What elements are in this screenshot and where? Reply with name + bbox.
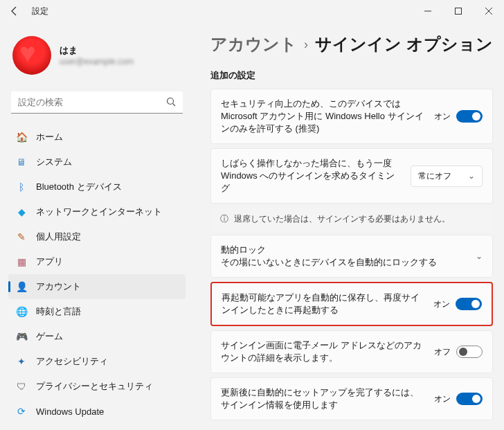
user-email: user@example.com [60,57,134,66]
sidebar-item-3[interactable]: ◆ネットワークとインターネット [8,199,186,224]
nav-label: アプリ [36,256,63,268]
nav-icon: ◆ [15,206,28,218]
nav-label: Bluetooth とデバイス [36,181,122,193]
setting-auto-setup: 更新後に自動的にセットアップを完了するには、サインイン情報を使用します オン [210,377,493,420]
chevron-down-icon: ⌄ [468,171,475,181]
nav-label: 個人用設定 [36,231,81,243]
search-input[interactable] [11,91,183,114]
window-title: 設定 [32,6,48,17]
breadcrumb-current: サインイン オプション [315,33,493,55]
nav-label: ゲーム [36,330,63,343]
sidebar-item-6[interactable]: 👤アカウント [8,274,186,299]
sidebar-item-7[interactable]: 🌐時刻と言語 [8,299,186,324]
svg-rect-1 [456,8,462,15]
setting-timeout: しばらく操作しなかった場合に、もう一度 Windows へのサインインを求めるタ… [210,148,493,204]
profile[interactable]: はま user@example.com [8,28,186,83]
maximize-button[interactable] [443,0,474,22]
sidebar-item-0[interactable]: 🏠ホーム [8,125,186,150]
back-button[interactable] [0,0,29,22]
nav-icon: 🖥 [15,156,28,168]
avatar [12,36,51,75]
nav-label: ホーム [36,131,63,143]
svg-line-5 [173,104,176,107]
nav-icon: 🎮 [15,330,28,343]
nav-icon: 🛡 [15,380,28,393]
toggle-restart-apps[interactable] [456,298,482,310]
nav-label: アクセシビリティ [36,355,108,368]
chevron-right-icon: › [304,37,308,52]
info-icon: ⓘ [220,213,228,225]
nav-label: ネットワークとインターネット [36,206,162,218]
maximize-icon [455,8,462,15]
breadcrumb-parent[interactable]: アカウント [210,33,297,55]
nav-icon: ᛒ [15,181,28,193]
sidebar-item-8[interactable]: 🎮ゲーム [8,324,186,349]
nav-label: 時刻と言語 [36,305,81,318]
toggle-auto-setup[interactable] [456,393,483,405]
nav-icon: ✎ [15,231,28,243]
minimize-button[interactable] [413,0,443,22]
titlebar: 設定 [0,0,504,22]
nav-icon: 🏠 [15,131,28,143]
setting-show-email: サインイン画面に電子メール アドレスなどのアカウントの詳細を表示します。 オフ [210,330,493,373]
minimize-icon [424,8,431,15]
breadcrumb: アカウント › サインイン オプション [210,33,493,55]
nav-label: アカウント [36,280,81,293]
sidebar: はま user@example.com 🏠ホーム🖥システムᛒBluetooth … [0,22,194,430]
nav-icon: 👤 [15,280,28,293]
user-name: はま [60,44,134,57]
sidebar-item-4[interactable]: ✎個人用設定 [8,224,186,249]
sidebar-item-9[interactable]: ✦アクセシビリティ [8,349,186,374]
toggle-hello[interactable] [456,110,483,123]
chevron-down-icon: ⌄ [476,251,483,261]
sidebar-item-11[interactable]: ⟳Windows Update [8,399,186,424]
nav-label: Windows Update [36,406,104,417]
setting-dynamic-lock[interactable]: 動的ロック その場にいないときにデバイスを自動的にロックする ⌄ [210,235,493,278]
nav-icon: ▦ [15,256,28,268]
dropdown-timeout[interactable]: 常にオフ ⌄ [411,165,483,187]
sidebar-item-2[interactable]: ᛒBluetooth とデバイス [8,174,186,199]
back-arrow-icon [9,6,20,17]
search-box [11,91,183,114]
nav: 🏠ホーム🖥システムᛒBluetooth とデバイス◆ネットワークとインターネット… [8,125,186,424]
toggle-show-email[interactable] [456,346,483,358]
nav-icon: ✦ [15,355,28,368]
nav-icon: 🌐 [15,305,28,318]
sidebar-item-10[interactable]: 🛡プライバシーとセキュリティ [8,374,186,399]
info-away: ⓘ 退席していた場合は、サインインする必要はありません。 [210,208,493,231]
nav-label: プライバシーとセキュリティ [36,380,153,393]
section-additional: 追加の設定 [210,69,493,82]
close-icon [485,8,492,15]
nav-icon: ⟳ [15,405,28,418]
window-controls [413,0,504,22]
search-icon [166,97,176,109]
close-button[interactable] [474,0,504,22]
setting-hello: セキュリティ向上のため、このデバイスでは Microsoft アカウント用に W… [210,89,493,144]
nav-label: システム [36,156,72,168]
svg-point-4 [168,98,174,105]
sidebar-item-1[interactable]: 🖥システム [8,150,186,174]
main-panel: アカウント › サインイン オプション 追加の設定 セキュリティ向上のため、この… [194,22,504,430]
setting-restart-apps: 再起動可能なアプリを自動的に保存し、再度サインインしたときに再起動する オン [210,282,493,326]
sidebar-item-5[interactable]: ▦アプリ [8,249,186,274]
